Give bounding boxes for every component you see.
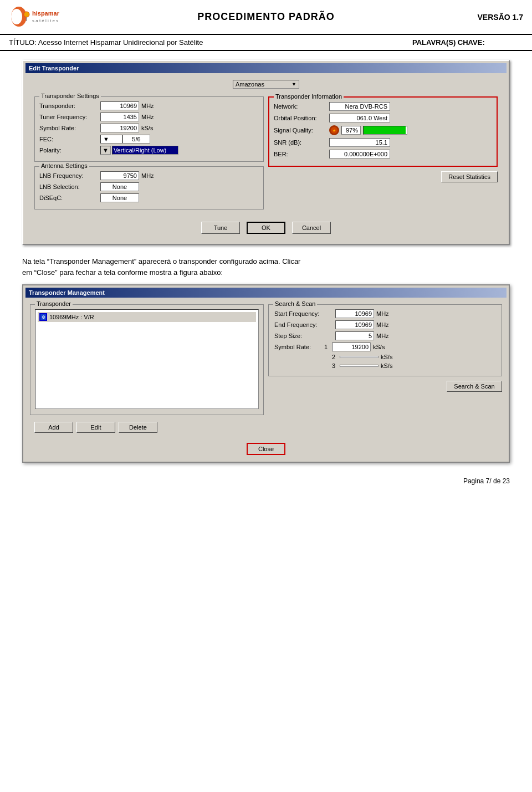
tune-button[interactable]: Tune [201,222,240,234]
location-value: Amazonas [236,81,264,88]
delete-button[interactable]: Delete [119,422,157,433]
transponder-unit: MHz [141,103,154,109]
ber-row: BER: 0.000000E+000 [274,150,492,159]
lnb-freq-row: LNB Frequency: 9750 MHz [39,171,259,180]
symbol-rate-3-input[interactable] [340,365,378,367]
transponder-mgmt-dialog: Transponder Management Transponder ⚙ [22,284,510,463]
reset-statistics-button[interactable]: Reset Statistics [441,171,498,182]
header-version: VERSÃO 1.7 [457,13,523,22]
description-text: Na tela “Transponder Management” aparece… [22,256,510,278]
page-footer: Pagina 7/ de 23 [0,472,532,490]
list-item[interactable]: ⚙ 10969MHz : V/R [38,312,256,322]
sub-header: TÍTULO: Acesso Internet Hispamar Unidire… [0,35,532,51]
symbol-rate-1-num: 1 [324,344,332,350]
close-button[interactable]: Close [247,443,285,455]
transponder-list-title: Transponder [35,300,73,307]
fec-dropdown-arrow[interactable]: ▼ [100,135,122,144]
location-combo[interactable]: Amazonas ▼ [233,80,299,89]
page-content: Edit Transponder Amazonas ▼ Transponder … [0,51,532,472]
diseqc-label: DiSEqC: [39,195,100,201]
lnb-freq-input[interactable]: 9750 [100,171,139,180]
step-size-label: Step Size: [274,333,335,339]
transponder-label: Transponder: [39,103,100,109]
dialog-body: Transponder Settings Transponder: 10969 … [30,93,502,217]
antenna-settings-title: Antenna Settings [39,162,89,169]
add-button[interactable]: Add [34,422,73,433]
start-freq-unit: MHz [376,310,389,317]
combo-arrow-icon[interactable]: ▼ [291,81,296,87]
polarity-label: Polarity: [39,147,100,154]
svg-point-3 [24,12,29,17]
step-size-input[interactable]: 5 [335,331,374,340]
symbol-rate-3-row: 3 kS/s [274,362,496,369]
snr-row: SNR (dB): 15.1 [274,138,492,147]
transponder-list-group: Transponder ⚙ 10969MHz : V/R [30,304,264,415]
signal-icon: ★ [329,125,339,135]
tuner-unit: MHz [141,114,154,120]
snr-label: SNR (dB): [274,139,329,146]
fec-row: FEC: ▼ 5/6 [39,135,259,144]
svg-point-2 [11,9,22,24]
lnb-freq-label: LNB Frequency: [39,172,100,179]
cancel-button[interactable]: Cancel [292,222,331,234]
polarity-row: Polarity: ▼ Vertical/Right (Low) [39,146,259,155]
polarity-value[interactable]: Vertical/Right (Low) [112,146,178,155]
polarity-dropdown-arrow[interactable]: ▼ [100,146,111,155]
end-freq-unit: MHz [376,321,389,328]
mgmt-titlebar: Transponder Management [25,288,507,298]
mgmt-body: Transponder ⚙ 10969MHz : V/R [25,301,507,438]
network-value: Nera DVB-RCS [329,102,390,111]
transponder-input[interactable]: 10969 [100,101,139,110]
tuner-input[interactable]: 1435 [100,113,139,121]
transponder-item-icon: ⚙ [39,313,47,321]
reset-btn-container: Reset Statistics [268,171,498,182]
antenna-settings-group: Antenna Settings LNB Frequency: 9750 MHz… [34,166,264,210]
fec-value[interactable]: 5/6 [122,135,150,144]
description-line2: em “Close” para fechar a tela conforme m… [22,268,223,277]
edit-button[interactable]: Edit [76,422,115,433]
symbol-rate-2-unit: kS/s [381,354,392,360]
start-freq-label: Start Frequency: [274,310,335,317]
ok-button[interactable]: OK [247,222,285,234]
start-freq-input[interactable]: 10969 [335,309,374,318]
network-row: Network: Nera DVB-RCS [274,102,492,111]
transponder-list-box[interactable]: ⚙ 10969MHz : V/R [35,309,259,409]
ber-label: BER: [274,151,329,157]
diseqc-value[interactable]: None [100,193,139,202]
footer-text: Pagina 7/ de 23 [463,477,510,485]
svg-text:hispamar: hispamar [32,10,60,17]
signal-quality-container: ★ 97% [329,125,407,135]
left-panel: Transponder Settings Transponder: 10969 … [34,96,264,214]
scan-group-title: Search & Scan [273,300,317,307]
transponder-info-title: Transponder Information [274,93,344,100]
end-freq-input[interactable]: 10969 [335,320,374,329]
symbol-rate-1-input[interactable]: 19200 [332,343,371,351]
symbol-rate-label: Symbol Rate: [39,125,100,131]
step-size-row: Step Size: 5 MHz [274,331,496,340]
scan-group: Search & Scan Start Frequency: 10969 MHz… [268,304,502,376]
end-freq-label: End Frequency: [274,321,335,328]
symbol-rate-1-unit: kS/s [373,344,385,350]
tuner-label: Tuner Frequency: [39,114,100,120]
symbol-rate-input[interactable]: 19200 [100,124,139,132]
fec-select-container[interactable]: ▼ 5/6 [100,135,150,144]
signal-percent: 97% [341,126,361,135]
lnb-sel-value[interactable]: None [100,182,139,191]
svg-text:⚙: ⚙ [42,315,45,320]
start-freq-row: Start Frequency: 10969 MHz [274,309,496,318]
transponder-settings-title: Transponder Settings [39,93,101,99]
lnb-sel-row: LNB Selection: None [39,182,259,191]
symbol-rate-unit: kS/s [141,125,153,131]
symbol-rate-2-input[interactable] [340,356,378,358]
search-scan-btn-container: Search & Scan [268,381,502,392]
symbol-rate-2-num: 2 [332,354,340,360]
list-item-label: 10969MHz : V/R [49,314,94,320]
edit-transponder-footer: Tune OK Cancel [30,217,502,238]
polarity-combo[interactable]: ▼ Vertical/Right (Low) [100,146,178,155]
orbital-value: 061.0 West [329,114,390,122]
transponder-settings-group: Transponder Settings Transponder: 10969 … [34,96,264,162]
tuner-row: Tuner Frequency: 1435 MHz [39,113,259,121]
fec-label: FEC: [39,136,100,142]
search-scan-button[interactable]: Search & Scan [447,381,502,392]
mgmt-left-panel: Transponder ⚙ 10969MHz : V/R [30,304,264,435]
